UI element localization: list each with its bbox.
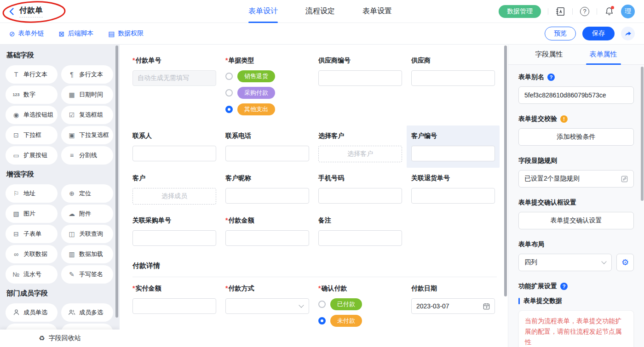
text-input[interactable]: [318, 70, 402, 86]
contacts-book-icon[interactable]: [555, 6, 565, 17]
radio-checked[interactable]: [318, 317, 326, 324]
tab-workflow-setting[interactable]: 流程设定: [305, 0, 335, 23]
radio-unchecked[interactable]: [318, 301, 326, 308]
add-validation-button[interactable]: 添加校验条件: [518, 128, 634, 146]
avatar[interactable]: 理: [621, 5, 635, 18]
field-cell-客户昵称[interactable]: 客户昵称: [221, 168, 314, 210]
text-input[interactable]: [411, 146, 495, 161]
field-palette-item-成员单选[interactable]: 成员单选: [6, 303, 58, 322]
field-palette-item-下拉框[interactable]: ⊡下拉框: [6, 126, 58, 144]
bell-icon[interactable]: [604, 6, 614, 17]
field-cell-单据类型[interactable]: *单据类型销售退货采购付款其他支出: [221, 50, 314, 125]
backend-script-button[interactable]: ⊠ 后端脚本: [59, 29, 94, 38]
radio-option[interactable]: 其他支出: [225, 103, 309, 115]
field-palette-item-复选框组[interactable]: ☑复选框组: [61, 106, 113, 124]
field-palette-item-扩展按钮[interactable]: ▭扩展按钮: [6, 146, 58, 165]
field-palette-item-图片[interactable]: ▧图片: [6, 205, 58, 223]
external-link-button[interactable]: ⊘ 表单外链: [9, 29, 44, 38]
question-icon[interactable]: ?: [547, 74, 555, 81]
text-input[interactable]: [411, 188, 495, 204]
field-palette-label: 复选框组: [79, 111, 103, 119]
field-palette-item-关联查询[interactable]: ◫关联查询: [61, 225, 113, 243]
field-cell-客户编号[interactable]: 客户编号: [407, 125, 500, 168]
text-input[interactable]: [318, 230, 402, 246]
field-cell-确认付款[interactable]: *确认付款已付款未付款: [314, 278, 407, 337]
radio-unchecked[interactable]: [225, 89, 233, 97]
field-cell-关联退货单号[interactable]: 关联退货单号: [407, 168, 500, 210]
field-cell-付款日期[interactable]: 付款日期2023-03-07: [407, 278, 500, 337]
tab-field-properties[interactable]: 字段属性: [535, 45, 563, 64]
text-input[interactable]: [132, 230, 216, 246]
data-permission-button[interactable]: ▤ 数据权限: [108, 29, 144, 38]
tab-form-properties[interactable]: 表单属性: [590, 45, 617, 64]
field-cell-实付金额[interactable]: *实付金额: [128, 278, 221, 337]
field-palette-item-数据加载[interactable]: ▥数据加载: [61, 245, 113, 263]
field-palette-item-单选按钮组[interactable]: ◉单选按钮组: [6, 106, 58, 124]
form-layout-select[interactable]: 四列: [518, 254, 612, 271]
form-alias-input[interactable]: 5fef3c828610d86079b573ce: [518, 86, 634, 104]
picker-button[interactable]: 选择客户: [318, 146, 402, 162]
panel-scrollbar[interactable]: [641, 67, 644, 201]
field-palette-item-数字[interactable]: 123数字: [6, 85, 58, 104]
visibility-rules-input[interactable]: 已设置2个显隐规则: [518, 170, 634, 188]
properties-panel: 字段属性 表单属性 表单别名 ? 5fef3c828610d86079b573c…: [508, 45, 644, 347]
select-input[interactable]: [225, 298, 309, 314]
text-input[interactable]: [132, 146, 216, 161]
field-palette-item-手写签名[interactable]: ✎手写签名: [61, 265, 113, 284]
field-cell-付款方式[interactable]: *付款方式: [221, 278, 314, 337]
data-manage-button[interactable]: 数据管理: [499, 5, 541, 18]
field-cell-客户[interactable]: 客户选择成员: [128, 168, 221, 210]
question-icon[interactable]: ?: [560, 283, 568, 290]
field-cell-供应商编号[interactable]: 供应商编号: [314, 50, 407, 125]
field-palette-item-子表单[interactable]: ⊟子表单: [6, 225, 58, 243]
field-cell-手机号码[interactable]: 手机号码: [314, 168, 407, 210]
field-palette-item-日期时间[interactable]: ▦日期时间: [61, 85, 113, 104]
field-palette-item-下拉复选框[interactable]: ▣下拉复选框: [61, 126, 113, 144]
radio-option[interactable]: 已付款: [318, 298, 402, 310]
date-input[interactable]: 2023-03-07: [411, 298, 495, 314]
text-input[interactable]: [225, 146, 309, 161]
field-palette-item-多行文本[interactable]: ¶多行文本: [61, 65, 113, 84]
share-button[interactable]: [621, 27, 635, 40]
field-cell-联系电话[interactable]: 联系电话: [221, 125, 314, 168]
field-palette-item-定位[interactable]: ⊕定位: [61, 184, 113, 203]
submit-confirm-button[interactable]: 表单提交确认设置: [518, 212, 634, 229]
field-palette-item-成员多选[interactable]: 成员多选: [61, 303, 113, 322]
preview-button[interactable]: 预览: [545, 27, 576, 40]
radio-unchecked[interactable]: [225, 73, 233, 80]
field-palette-item-流水号[interactable]: №流水号: [6, 265, 58, 284]
field-cell-付款单号[interactable]: *付款单号自动生成无需填写: [128, 50, 221, 125]
radio-checked[interactable]: [225, 106, 233, 113]
radio-option[interactable]: 采购付款: [225, 87, 309, 99]
layout-settings-button[interactable]: ⚙: [616, 254, 634, 271]
back-button[interactable]: 付款单: [9, 5, 43, 17]
text-input[interactable]: [225, 188, 309, 204]
field-recycle-button[interactable]: ♻ 字段回收站: [0, 330, 120, 347]
help-icon[interactable]: ?: [580, 6, 590, 17]
canvas-scrollbar[interactable]: [504, 46, 507, 296]
tab-form-setting[interactable]: 表单设置: [362, 0, 392, 23]
field-palette-item-关联数据[interactable]: ∞关联数据: [6, 245, 58, 263]
text-input[interactable]: 自动生成无需填写: [132, 70, 216, 86]
text-input[interactable]: [411, 70, 495, 86]
picker-button[interactable]: 选择成员: [132, 188, 216, 205]
sidebar-scrollbar[interactable]: [115, 46, 118, 318]
save-button[interactable]: 保存: [582, 27, 615, 40]
tab-form-design[interactable]: 表单设计: [248, 0, 278, 23]
radio-option[interactable]: 销售退货: [225, 70, 309, 82]
radio-option[interactable]: 未付款: [318, 315, 402, 327]
field-palette-item-附件[interactable]: ☁附件: [61, 205, 113, 223]
field-palette-item-分割线[interactable]: ≡分割线: [61, 146, 113, 165]
field-cell-选择客户[interactable]: 选择客户选择客户: [314, 125, 407, 168]
field-cell-联系人[interactable]: 联系人: [128, 125, 221, 168]
field-palette-item-地址[interactable]: ⚐地址: [6, 184, 58, 203]
text-input[interactable]: [132, 298, 216, 314]
field-cell-备注[interactable]: 备注: [314, 210, 407, 251]
field-cell-关联采购单号[interactable]: 关联采购单号: [128, 210, 221, 251]
field-cell-供应商[interactable]: 供应商: [407, 50, 500, 125]
subform-icon: ⊟: [12, 231, 20, 237]
text-input[interactable]: [318, 188, 402, 204]
field-palette-item-单行文本[interactable]: T单行文本: [6, 65, 58, 84]
text-input[interactable]: [225, 230, 309, 246]
field-cell-付款金额[interactable]: *付款金额: [221, 210, 314, 251]
